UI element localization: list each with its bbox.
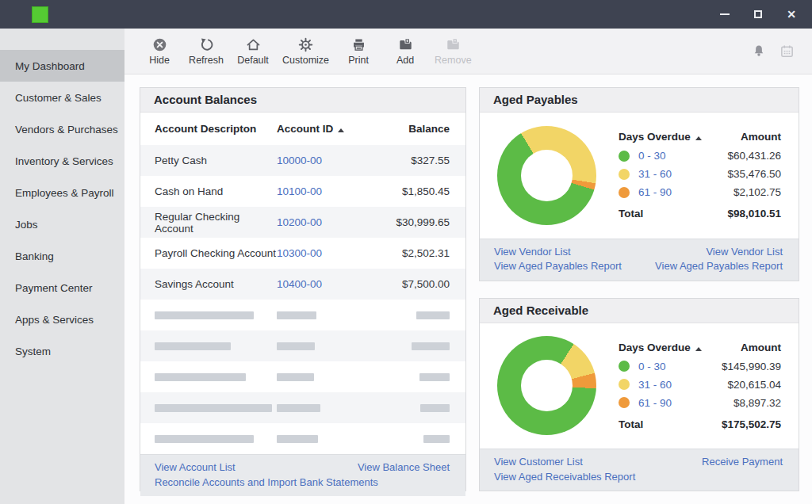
column-header-account-id[interactable]: Account ID [277, 123, 370, 135]
remove-button[interactable]: Remove [435, 37, 472, 66]
legend-header-days-overdue[interactable]: Days Overdue [619, 131, 702, 143]
account-balance: $2,502.31 [370, 247, 450, 259]
legend-total-row: Total $98,010.51 [619, 208, 781, 220]
notifications-bell-icon[interactable] [752, 44, 766, 59]
sidebar-item-apps-services[interactable]: Apps & Services [0, 304, 124, 335]
window-controls: ✕ [720, 9, 796, 20]
aged-receivable-panel: Aged Receivable Days Overdue Amount 0 - … [479, 298, 799, 492]
minimize-button[interactable] [720, 13, 730, 15]
sidebar-item-employees-payroll[interactable]: Employees & Payroll [0, 177, 124, 208]
calendar-icon[interactable] [779, 44, 795, 59]
right-column: Aged Payables Days Overdue Amount 0 - 30 [479, 87, 799, 491]
customize-button[interactable]: Customize [282, 37, 329, 66]
account-id-link[interactable]: 10200-00 [277, 216, 322, 228]
account-id-link[interactable]: 10400-00 [277, 278, 322, 290]
add-button[interactable]: Add [388, 37, 423, 66]
sidebar-item-label: System [15, 346, 51, 357]
skeleton-bar [416, 311, 450, 319]
sidebar-item-payment-center[interactable]: Payment Center [0, 272, 124, 304]
table-row: Cash on Hand 10100-00 $1,850.45 [140, 176, 465, 207]
account-id-link[interactable]: 10000-00 [277, 155, 322, 166]
home-icon [246, 37, 261, 53]
folder-minus-icon [446, 37, 461, 53]
sidebar-item-inventory-services[interactable]: Inventory & Services [0, 145, 124, 177]
column-header-balance[interactable]: Balance [370, 123, 450, 135]
panel-title: Account Balances [140, 88, 465, 113]
table-body: Petty Cash 10000-00 $327.55 Cash on Hand… [140, 145, 465, 454]
gear-icon [298, 37, 313, 53]
skeleton-bar [277, 342, 315, 350]
skeleton-row [140, 423, 465, 454]
view-balance-sheet-link[interactable]: View Balance Sheet [358, 460, 450, 475]
range-link[interactable]: 0 - 30 [638, 361, 666, 372]
close-button[interactable]: ✕ [787, 9, 796, 20]
account-balances-footer: View Account List View Balance Sheet Rec… [140, 454, 465, 496]
aged-payables-panel: Aged Payables Days Overdue Amount 0 - 30 [479, 87, 799, 281]
account-description: Payroll Checking Account [155, 247, 277, 259]
print-button[interactable]: Print [341, 37, 376, 66]
aged-payables-footer: View Vendor List View Vendor List View A… [480, 239, 799, 281]
sidebar-item-vendors-purchases[interactable]: Vendors & Purchases [0, 113, 124, 145]
sidebar-item-my-dashboard[interactable]: My Dashboard [0, 50, 124, 82]
column-header-label: Account ID [277, 123, 333, 135]
legend-dot-orange [619, 397, 630, 408]
skeleton-row [140, 361, 465, 392]
legend-header-days-overdue[interactable]: Days Overdue [619, 342, 702, 353]
legend-header-amount[interactable]: Amount [741, 342, 781, 353]
skeleton-bar [155, 342, 231, 350]
sidebar: My Dashboard Customer & Sales Vendors & … [0, 29, 124, 504]
skeleton-bar [277, 311, 316, 319]
hide-label: Hide [149, 55, 170, 66]
sidebar-item-customer-sales[interactable]: Customer & Sales [0, 82, 124, 113]
sidebar-item-system[interactable]: System [0, 335, 124, 367]
skeleton-bar [277, 373, 314, 381]
range-link[interactable]: 61 - 90 [638, 397, 672, 409]
refresh-button[interactable]: Refresh [189, 37, 224, 66]
legend-row: 31 - 60 $20,615.04 [619, 379, 781, 391]
column-header-description[interactable]: Account Descripton [155, 123, 277, 135]
sort-ascending-icon [695, 347, 702, 351]
reconcile-accounts-link[interactable]: Reconcile Accounts and Import Bank State… [155, 475, 378, 491]
maximize-icon [754, 10, 762, 18]
aged-receivable-donut-chart[interactable] [497, 336, 596, 435]
aged-receivable-footer: View Customer List Receive Payment View … [480, 449, 799, 491]
skeleton-bar [412, 342, 450, 350]
legend-dot-yellow [619, 169, 630, 180]
legend-row: 31 - 60 $35,476.50 [619, 168, 781, 180]
aged-payables-donut-chart[interactable] [497, 126, 596, 225]
receive-payment-link[interactable]: Receive Payment [702, 455, 783, 470]
view-account-list-link[interactable]: View Account List [155, 460, 236, 475]
folder-plus-icon [398, 37, 413, 53]
account-balance: $30,999.65 [370, 216, 450, 228]
legend-dot-green [619, 361, 630, 372]
view-vendor-list-link[interactable]: View Vendor List [706, 245, 783, 260]
view-customer-list-link[interactable]: View Customer List [494, 455, 583, 470]
account-id-link[interactable]: 10300-00 [277, 247, 322, 259]
maximize-button[interactable] [754, 10, 762, 18]
sidebar-item-label: Employees & Payroll [15, 187, 114, 199]
range-link[interactable]: 31 - 60 [638, 168, 672, 180]
view-aged-payables-report-link[interactable]: View Aged Payables Report [655, 259, 783, 274]
account-description: Cash on Hand [155, 185, 277, 197]
account-id-link[interactable]: 10100-00 [277, 185, 322, 197]
range-link[interactable]: 61 - 90 [638, 186, 672, 198]
skeleton-row [140, 300, 465, 330]
view-aged-receivables-report-link[interactable]: View Aged Receivables Report [494, 470, 635, 485]
account-description: Petty Cash [155, 155, 277, 166]
sort-ascending-icon [338, 128, 344, 132]
aged-payables-legend: Days Overdue Amount 0 - 30 $60,431.26 31… [619, 131, 781, 220]
dashboard-toolbar: Hide Refresh Default Customize [124, 29, 812, 74]
hide-circle-x-icon [152, 37, 167, 53]
table-row: Petty Cash 10000-00 $327.55 [140, 145, 465, 176]
sidebar-item-jobs[interactable]: Jobs [0, 208, 124, 240]
legend-header-amount[interactable]: Amount [741, 131, 781, 143]
skeleton-bar [155, 311, 254, 319]
hide-button[interactable]: Hide [142, 37, 177, 66]
range-link[interactable]: 31 - 60 [638, 379, 672, 391]
view-aged-payables-report-link[interactable]: View Aged Payables Report [494, 259, 622, 274]
sidebar-item-banking[interactable]: Banking [0, 240, 124, 272]
default-button[interactable]: Default [236, 37, 270, 66]
view-vendor-list-link[interactable]: View Vendor List [494, 245, 571, 260]
range-link[interactable]: 0 - 30 [638, 150, 666, 162]
customize-label: Customize [282, 55, 329, 66]
